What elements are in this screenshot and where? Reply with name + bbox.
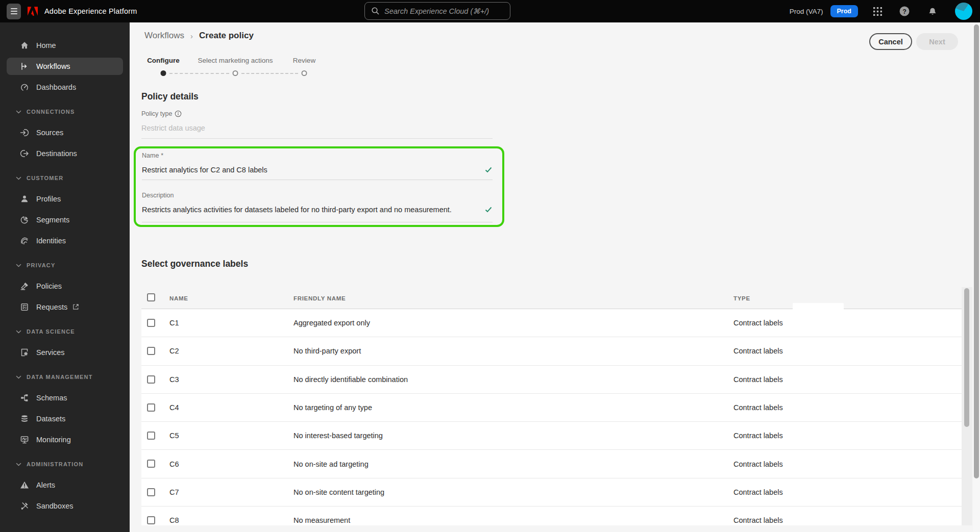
name-input[interactable]: Restrict analytics for C2 and C8 labels bbox=[142, 166, 267, 174]
sidebar-item-alerts[interactable]: Alerts bbox=[0, 474, 130, 495]
sidebar-item-destinations[interactable]: Destinations bbox=[0, 143, 130, 164]
table-row-c6[interactable]: C6No on-site ad targetingContract labels bbox=[141, 450, 962, 478]
table-row-c4[interactable]: C4No targeting of any typeContract label… bbox=[141, 394, 962, 422]
policies-icon bbox=[19, 281, 30, 291]
sidebar-item-label: Sources bbox=[36, 129, 63, 137]
app-switcher-icon[interactable] bbox=[871, 5, 884, 17]
sidebar-item-segments[interactable]: Segments bbox=[0, 209, 130, 230]
sidebar-item-profiles[interactable]: Profiles bbox=[0, 188, 130, 209]
page-scrollbar-track bbox=[973, 22, 980, 532]
step-dot-2[interactable] bbox=[233, 70, 238, 76]
annotation-highlight bbox=[134, 146, 504, 227]
sidebar-section-data-science[interactable]: DATA SCIENCE bbox=[0, 321, 130, 342]
column-header-friendly-name[interactable]: FRIENDLY NAME bbox=[293, 295, 346, 301]
chevron-down-icon bbox=[16, 176, 21, 181]
sidebar-section-data-management[interactable]: DATA MANAGEMENT bbox=[0, 367, 130, 387]
sidebar-item-services[interactable]: Services bbox=[0, 342, 130, 363]
sidebar-item-schemas[interactable]: Schemas bbox=[0, 387, 130, 408]
environment-badge[interactable]: Prod bbox=[830, 5, 858, 17]
notifications-icon[interactable] bbox=[926, 5, 939, 17]
external-link-icon bbox=[72, 303, 80, 311]
sidebar-item-requests[interactable]: Requests bbox=[0, 296, 130, 317]
page-scrollbar-thumb[interactable] bbox=[974, 24, 979, 478]
governance-table: NAME FRIENDLY NAME TYPE C1Aggregated exp… bbox=[141, 287, 962, 525]
sidebar-item-label: Services bbox=[36, 348, 65, 357]
avatar[interactable] bbox=[955, 3, 972, 20]
table-row-c3[interactable]: C3No directly identifiable combinationCo… bbox=[141, 366, 962, 394]
sidebar-item-workflows[interactable]: Workflows bbox=[7, 58, 123, 75]
name-label: Name* bbox=[142, 152, 163, 159]
sidebar-item-monitoring[interactable]: Monitoring bbox=[0, 429, 130, 450]
sidebar-section-connections[interactable]: CONNECTIONS bbox=[0, 102, 130, 122]
table-scrollbar-thumb[interactable] bbox=[964, 288, 969, 427]
info-icon[interactable] bbox=[175, 110, 182, 117]
sidebar-item-datasets[interactable]: Datasets bbox=[0, 408, 130, 429]
column-header-type[interactable]: TYPE bbox=[733, 295, 750, 301]
description-label: Description bbox=[142, 192, 174, 199]
label-type: Contract labels bbox=[733, 319, 783, 327]
sidebar-item-policies[interactable]: Policies bbox=[0, 275, 130, 296]
destinations-icon bbox=[19, 148, 30, 159]
row-checkbox[interactable] bbox=[147, 516, 155, 524]
services-icon bbox=[19, 347, 30, 358]
search-icon bbox=[371, 7, 380, 15]
page-title: Create policy bbox=[199, 31, 254, 41]
sidebar-item-sandboxes[interactable]: Sandboxes bbox=[0, 495, 130, 516]
table-row-c5[interactable]: C5No interest-based targetingContract la… bbox=[141, 422, 962, 450]
datasets-icon bbox=[19, 414, 30, 424]
next-button[interactable]: Next bbox=[916, 33, 958, 50]
sidebar-item-dashboards[interactable]: Dashboards bbox=[0, 77, 130, 97]
table-row-c7[interactable]: C7No on-site content targetingContract l… bbox=[141, 478, 962, 506]
label-type: Contract labels bbox=[733, 488, 783, 496]
profiles-icon bbox=[19, 194, 30, 204]
app-title: Adobe Experience Platform bbox=[44, 7, 137, 15]
sidebar-item-label: Policies bbox=[36, 282, 62, 290]
chevron-down-icon bbox=[16, 110, 21, 114]
sandboxes-icon bbox=[19, 501, 30, 511]
search-box[interactable]: Search Experience Cloud (⌘+/) bbox=[364, 2, 510, 20]
label-friendly-name: No targeting of any type bbox=[293, 403, 372, 412]
description-input[interactable]: Restricts analytics activities for datas… bbox=[142, 206, 452, 214]
label-friendly-name: No on-site ad targeting bbox=[293, 460, 369, 468]
label-name: C1 bbox=[169, 319, 179, 327]
policy-details-heading: Policy details bbox=[141, 91, 199, 102]
top-bar: Adobe Experience Platform Search Experie… bbox=[0, 0, 980, 22]
sidebar-item-home[interactable]: Home bbox=[0, 35, 130, 56]
input-underline bbox=[142, 222, 493, 222]
step-dot-3[interactable] bbox=[302, 70, 307, 76]
cancel-button[interactable]: Cancel bbox=[869, 33, 912, 50]
row-checkbox[interactable] bbox=[147, 488, 155, 496]
label-friendly-name: No third-party export bbox=[293, 347, 361, 355]
row-checkbox[interactable] bbox=[147, 432, 155, 440]
policy-type-label: Policy type bbox=[141, 110, 182, 117]
table-row-c2[interactable]: C2No third-party exportContract labels bbox=[141, 337, 962, 365]
sidebar-section-customer[interactable]: CUSTOMER bbox=[0, 168, 130, 188]
label-type: Contract labels bbox=[733, 516, 783, 524]
sidebar-section-administration[interactable]: ADMINISTRATION bbox=[0, 454, 130, 474]
row-checkbox[interactable] bbox=[147, 403, 155, 412]
table-body: C1Aggregated export onlyContract labelsC… bbox=[141, 309, 962, 525]
row-checkbox[interactable] bbox=[147, 460, 155, 468]
row-checkbox[interactable] bbox=[147, 347, 155, 355]
menu-button[interactable] bbox=[7, 4, 21, 19]
topbar-right-cluster: Prod (VA7) Prod ? bbox=[790, 3, 980, 20]
table-row-c8[interactable]: C8No measurementContract labels bbox=[141, 506, 962, 525]
label-friendly-name: No measurement bbox=[293, 516, 350, 524]
sidebar-item-sources[interactable]: Sources bbox=[0, 122, 130, 143]
breadcrumb-workflows-link[interactable]: Workflows bbox=[144, 31, 184, 41]
step-dot-1[interactable] bbox=[161, 70, 166, 76]
help-icon[interactable]: ? bbox=[898, 5, 911, 17]
sidebar-section-privacy[interactable]: PRIVACY bbox=[0, 255, 130, 275]
column-header-name[interactable]: NAME bbox=[169, 295, 188, 301]
segments-icon bbox=[19, 215, 30, 225]
chevron-down-icon bbox=[16, 462, 21, 467]
select-all-checkbox[interactable] bbox=[147, 293, 155, 301]
sidebar-item-label: Datasets bbox=[36, 415, 65, 423]
sidebar-item-label: Monitoring bbox=[36, 436, 71, 444]
row-checkbox[interactable] bbox=[147, 319, 155, 327]
sidebar-item-identities[interactable]: Identities bbox=[0, 230, 130, 251]
label-name: C2 bbox=[169, 347, 179, 355]
sidebar-item-label: Profiles bbox=[36, 195, 61, 203]
row-checkbox[interactable] bbox=[147, 375, 155, 384]
sidebar-item-label: Home bbox=[36, 41, 56, 49]
